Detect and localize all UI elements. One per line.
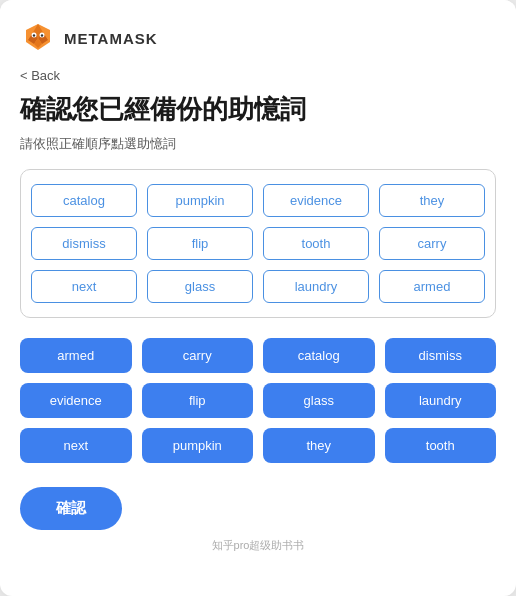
app-container: METAMASK < Back 確認您已經備份的助憶詞 請依照正確順序點選助憶詞… (0, 0, 516, 581)
selected-word-chip[interactable]: pumpkin (142, 428, 254, 463)
footer-watermark: 知乎pro超级助书书 (20, 538, 496, 561)
word-pool-chip[interactable]: tooth (263, 227, 369, 260)
word-pool-chip[interactable]: catalog (31, 184, 137, 217)
header: METAMASK (20, 16, 496, 56)
word-pool-chip[interactable]: dismiss (31, 227, 137, 260)
word-pool-chip[interactable]: flip (147, 227, 253, 260)
selected-word-chip[interactable]: laundry (385, 383, 497, 418)
phone-frame: METAMASK < Back 確認您已經備份的助憶詞 請依照正確順序點選助憶詞… (0, 0, 516, 596)
word-pool-chip[interactable]: laundry (263, 270, 369, 303)
word-pool-chip[interactable]: evidence (263, 184, 369, 217)
selected-word-chip[interactable]: glass (263, 383, 375, 418)
metamask-title: METAMASK (64, 30, 158, 47)
page-title: 確認您已經備份的助憶詞 (20, 93, 496, 127)
word-pool-container: catalogpumpkinevidencetheydismissfliptoo… (20, 169, 496, 318)
selected-word-chip[interactable]: next (20, 428, 132, 463)
selected-word-chip[interactable]: evidence (20, 383, 132, 418)
word-pool-chip[interactable]: carry (379, 227, 485, 260)
selected-words-grid: armedcarrycatalogdismissevidenceflipglas… (20, 338, 496, 463)
confirm-button[interactable]: 確認 (20, 487, 122, 530)
word-pool-grid: catalogpumpkinevidencetheydismissfliptoo… (31, 184, 485, 303)
back-link[interactable]: < Back (20, 68, 496, 83)
selected-word-chip[interactable]: dismiss (385, 338, 497, 373)
metamask-logo (20, 20, 56, 56)
word-pool-chip[interactable]: pumpkin (147, 184, 253, 217)
subtitle: 請依照正確順序點選助憶詞 (20, 135, 496, 153)
svg-point-7 (33, 34, 35, 36)
selected-word-chip[interactable]: they (263, 428, 375, 463)
selected-word-chip[interactable]: catalog (263, 338, 375, 373)
word-pool-chip[interactable]: glass (147, 270, 253, 303)
word-pool-chip[interactable]: armed (379, 270, 485, 303)
selected-word-chip[interactable]: carry (142, 338, 254, 373)
svg-point-8 (41, 34, 43, 36)
word-pool-chip[interactable]: they (379, 184, 485, 217)
word-pool-chip[interactable]: next (31, 270, 137, 303)
selected-word-chip[interactable]: flip (142, 383, 254, 418)
selected-word-chip[interactable]: tooth (385, 428, 497, 463)
selected-word-chip[interactable]: armed (20, 338, 132, 373)
